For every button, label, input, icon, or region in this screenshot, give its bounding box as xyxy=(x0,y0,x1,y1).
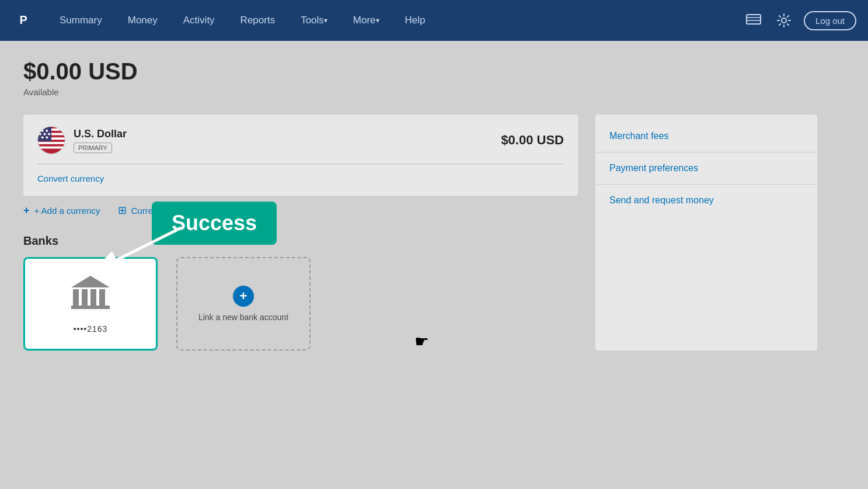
arrow-indicator xyxy=(99,222,193,271)
calculator-icon: ⊞ xyxy=(118,204,127,217)
primary-badge: PRIMARY xyxy=(74,143,112,153)
svg-point-17 xyxy=(41,136,44,138)
svg-point-13 xyxy=(46,130,48,132)
balance-label: Available xyxy=(23,87,845,97)
main-content: $0.00 USD Available xyxy=(0,41,868,489)
add-bank-label: Link a new bank account xyxy=(198,313,288,322)
header: P Summary Money Activity Reports Tools M… xyxy=(0,0,868,41)
banks-section: Banks xyxy=(23,234,578,351)
nav-more[interactable]: More xyxy=(340,0,392,41)
bank-account-number: ••••2163 xyxy=(74,324,108,334)
svg-marker-26 xyxy=(71,276,110,287)
linked-bank-card[interactable]: ••••2163 xyxy=(23,257,158,351)
svg-point-18 xyxy=(46,136,48,138)
add-bank-card[interactable]: + Link a new bank account xyxy=(176,257,311,351)
currency-name: U.S. Dollar xyxy=(74,128,127,140)
convert-currency-link[interactable]: Convert currency xyxy=(37,174,104,183)
svg-point-12 xyxy=(41,130,44,132)
main-nav: Summary Money Activity Reports Tools Mor… xyxy=(47,0,743,41)
add-currency-link[interactable]: + + Add a currency xyxy=(23,204,100,217)
currency-card: U.S. Dollar PRIMARY $0.00 USD Convert cu… xyxy=(23,115,578,196)
svg-rect-21 xyxy=(73,289,79,306)
left-panel: U.S. Dollar PRIMARY $0.00 USD Convert cu… xyxy=(23,115,578,351)
add-currency-label: + Add a currency xyxy=(34,206,100,216)
currency-name-block: U.S. Dollar PRIMARY xyxy=(74,128,127,153)
nav-activity[interactable]: Activity xyxy=(170,0,228,41)
nav-help[interactable]: Help xyxy=(392,0,438,41)
us-flag xyxy=(37,126,65,154)
nav-summary[interactable]: Summary xyxy=(47,0,115,41)
svg-rect-2 xyxy=(747,15,761,24)
currency-divider xyxy=(37,164,564,164)
nav-reports[interactable]: Reports xyxy=(228,0,288,41)
add-icon: + xyxy=(23,204,30,217)
svg-point-15 xyxy=(48,133,50,136)
merchant-fees-link[interactable]: Merchant fees xyxy=(595,120,817,152)
svg-rect-10 xyxy=(38,147,65,149)
currency-row: U.S. Dollar PRIMARY $0.00 USD xyxy=(37,126,564,154)
nav-tools[interactable]: Tools xyxy=(288,0,340,41)
currency-amount: $0.00 USD xyxy=(501,133,564,148)
bank-building-icon xyxy=(70,275,111,320)
content-row: U.S. Dollar PRIMARY $0.00 USD Convert cu… xyxy=(0,109,868,356)
nav-money[interactable]: Money xyxy=(115,0,170,41)
settings-button[interactable] xyxy=(773,10,794,31)
svg-rect-25 xyxy=(71,306,110,309)
svg-point-14 xyxy=(44,133,46,136)
add-bank-plus-icon: + xyxy=(233,286,254,307)
bank-cards-container: Success xyxy=(23,257,158,351)
header-right: Log out xyxy=(743,10,856,31)
send-request-money-link[interactable]: Send and request money xyxy=(595,185,817,216)
paypal-logo[interactable]: P xyxy=(12,9,35,32)
currency-info: U.S. Dollar PRIMARY xyxy=(37,126,127,154)
right-panel: Merchant fees Payment preferences Send a… xyxy=(595,115,817,351)
svg-rect-24 xyxy=(99,289,105,306)
messages-button[interactable] xyxy=(743,10,764,31)
svg-rect-23 xyxy=(90,289,96,306)
logout-button[interactable]: Log out xyxy=(804,11,856,30)
balance-section: $0.00 USD Available xyxy=(0,41,868,109)
payment-preferences-link[interactable]: Payment preferences xyxy=(595,152,817,185)
balance-amount: $0.00 USD xyxy=(23,58,845,85)
banks-row: Success xyxy=(23,257,578,351)
svg-text:P: P xyxy=(19,13,27,26)
svg-point-5 xyxy=(782,18,786,23)
svg-rect-9 xyxy=(38,142,65,144)
svg-rect-22 xyxy=(82,289,88,306)
svg-line-20 xyxy=(117,228,181,260)
svg-point-16 xyxy=(39,133,41,136)
